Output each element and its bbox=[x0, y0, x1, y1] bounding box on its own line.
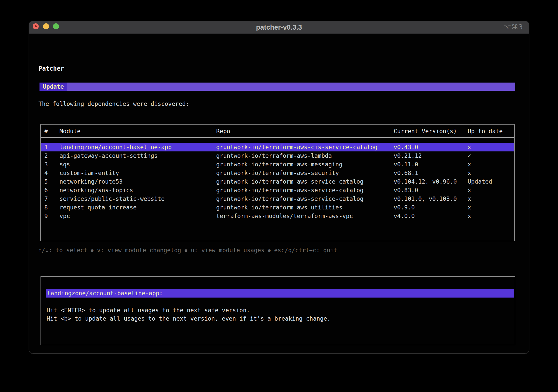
cell-status-check-icon: ✓ bbox=[468, 151, 471, 160]
tab-update[interactable]: Update bbox=[39, 83, 67, 91]
cell-num: 6 bbox=[44, 186, 48, 194]
header-module: Module bbox=[59, 125, 81, 138]
bullet-separator-icon: ● bbox=[91, 248, 93, 253]
cell-repo: terraform-aws-modules/terraform-aws-vpc bbox=[216, 212, 353, 220]
terminal-window: patcher-v0.3.3 ⌥⌘3 Patcher Update The fo… bbox=[29, 21, 529, 354]
cell-repo: gruntwork-io/terraform-aws-lambda bbox=[216, 151, 332, 160]
detail-instruction-breaking: Hit <b> to update all usages to the next… bbox=[47, 315, 331, 323]
help-item-changelog: v: view module changelog bbox=[97, 247, 181, 253]
cell-module: landingzone/account-baseline-app bbox=[59, 143, 172, 151]
cell-num: 2 bbox=[44, 151, 48, 160]
cell-repo: gruntwork-io/terraform-aws-service-catal… bbox=[216, 186, 364, 194]
selected-module-title: landingzone/account-baseline-app: bbox=[46, 289, 514, 298]
header-versions: Current Version(s) bbox=[394, 125, 457, 138]
cell-num: 7 bbox=[44, 194, 48, 203]
cell-module: request-quota-increase bbox=[59, 203, 137, 212]
app-heading: Patcher bbox=[38, 65, 64, 72]
help-item-select: ↑/↓: to select bbox=[38, 247, 87, 253]
cell-versions: v4.0.0 bbox=[394, 212, 415, 220]
table-row[interactable]: 5 networking/route53 gruntwork-io/terraf… bbox=[41, 177, 514, 186]
cell-status: x bbox=[468, 203, 471, 212]
cell-status: Updated bbox=[468, 177, 492, 186]
window-title: patcher-v0.3.3 bbox=[29, 21, 529, 34]
table-row[interactable]: 2 api-gateway-account-settings gruntwork… bbox=[41, 151, 514, 160]
cell-repo: gruntwork-io/terraform-aws-service-catal… bbox=[216, 177, 364, 186]
window-titlebar: patcher-v0.3.3 ⌥⌘3 bbox=[29, 21, 529, 34]
table-row[interactable]: 4 custom-iam-entity gruntwork-io/terrafo… bbox=[41, 169, 514, 177]
header-num: # bbox=[44, 125, 48, 138]
cell-module: vpc bbox=[59, 212, 70, 220]
table-body: 1 landingzone/account-baseline-app grunt… bbox=[41, 143, 514, 220]
window-shortcut-badge: ⌥⌘3 bbox=[503, 21, 523, 34]
cell-num: 4 bbox=[44, 169, 48, 177]
cell-versions: v0.9.0 bbox=[394, 203, 415, 212]
cell-num: 3 bbox=[44, 160, 48, 169]
cell-repo: gruntwork-io/terraform-aws-utilities bbox=[216, 203, 343, 212]
table-header-row: # Module Repo Current Version(s) Up to d… bbox=[41, 125, 514, 138]
cell-versions: v0.83.0 bbox=[394, 186, 418, 194]
help-item-usages: u: view module usages bbox=[191, 247, 265, 253]
cell-num: 5 bbox=[44, 177, 48, 186]
table-row[interactable]: 3 sqs gruntwork-io/terraform-aws-messagi… bbox=[41, 160, 514, 169]
cell-versions: v0.68.1 bbox=[394, 169, 418, 177]
help-item-quit: esc/q/ctrl+c: quit bbox=[274, 247, 337, 253]
terminal-content: Patcher Update The following dependencie… bbox=[29, 34, 529, 354]
tab-bar: Update bbox=[39, 83, 515, 91]
header-repo: Repo bbox=[216, 125, 230, 138]
bullet-separator-icon: ● bbox=[185, 248, 187, 253]
cell-versions: v0.11.0 bbox=[394, 160, 418, 169]
cell-num: 8 bbox=[44, 203, 48, 212]
detail-instructions: Hit <ENTER> to update all usages to the … bbox=[47, 306, 331, 323]
cell-module: sqs bbox=[59, 160, 70, 169]
detail-instruction-enter: Hit <ENTER> to update all usages to the … bbox=[47, 306, 331, 315]
table-row[interactable]: 8 request-quota-increase gruntwork-io/te… bbox=[41, 203, 514, 212]
cell-versions: v0.101.0, v0.103.0 bbox=[394, 194, 457, 203]
table-row[interactable]: 9 vpc terraform-aws-modules/terraform-aw… bbox=[41, 212, 514, 220]
cell-module: networking/route53 bbox=[59, 177, 123, 186]
intro-text: The following dependencies were discover… bbox=[38, 101, 189, 107]
bullet-separator-icon: ● bbox=[268, 248, 271, 253]
dependencies-table: # Module Repo Current Version(s) Up to d… bbox=[40, 124, 515, 241]
cell-versions: v0.104.12, v0.96.0 bbox=[394, 177, 457, 186]
cell-status: x bbox=[468, 169, 471, 177]
cell-versions: v0.43.0 bbox=[394, 143, 418, 151]
cell-status: x bbox=[468, 194, 471, 203]
cell-status: x bbox=[468, 160, 471, 169]
cell-repo: gruntwork-io/terraform-aws-messaging bbox=[216, 160, 343, 169]
cell-status: x bbox=[468, 186, 471, 194]
cell-versions: v0.21.12 bbox=[394, 151, 422, 160]
module-detail-panel: landingzone/account-baseline-app: Hit <E… bbox=[41, 276, 515, 345]
help-bar: ↑/↓: to select ● v: view module changelo… bbox=[38, 246, 337, 254]
cell-module: custom-iam-entity bbox=[59, 169, 119, 177]
cell-status: x bbox=[468, 212, 471, 220]
cell-status: x bbox=[468, 143, 471, 151]
cell-module: networking/sns-topics bbox=[59, 186, 133, 194]
table-row[interactable]: 6 networking/sns-topics gruntwork-io/ter… bbox=[41, 186, 514, 194]
cell-module: services/public-static-website bbox=[59, 194, 165, 203]
cell-num: 9 bbox=[44, 212, 48, 220]
cell-module: api-gateway-account-settings bbox=[59, 151, 158, 160]
cell-repo: gruntwork-io/terraform-aws-cis-service-c… bbox=[216, 143, 377, 151]
table-row[interactable]: 7 services/public-static-website gruntwo… bbox=[41, 194, 514, 203]
cell-num: 1 bbox=[44, 143, 48, 151]
cell-repo: gruntwork-io/terraform-aws-security bbox=[216, 169, 339, 177]
table-row[interactable]: 1 landingzone/account-baseline-app grunt… bbox=[41, 143, 514, 151]
header-status: Up to date bbox=[468, 125, 503, 138]
cell-repo: gruntwork-io/terraform-aws-service-catal… bbox=[216, 194, 364, 203]
